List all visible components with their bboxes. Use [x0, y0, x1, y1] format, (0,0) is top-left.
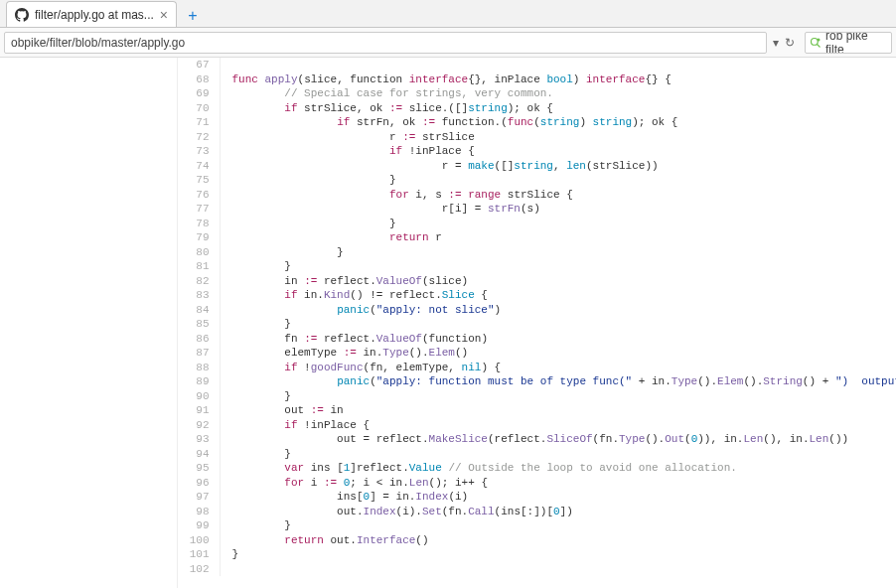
- line-number[interactable]: 91: [178, 403, 220, 418]
- line-number[interactable]: 72: [178, 130, 220, 145]
- line-number[interactable]: 67: [178, 58, 220, 73]
- close-icon[interactable]: ×: [160, 7, 168, 23]
- code-row: 84 panic("apply: not slice"): [178, 303, 896, 318]
- line-number[interactable]: 90: [178, 389, 220, 404]
- line-number[interactable]: 83: [178, 288, 220, 303]
- line-number[interactable]: 92: [178, 418, 220, 433]
- left-margin: [0, 58, 177, 588]
- line-number[interactable]: 93: [178, 432, 220, 447]
- active-tab[interactable]: filter/apply.go at mas... ×: [6, 1, 177, 27]
- code-line[interactable]: return out.Interface(): [220, 533, 896, 548]
- code-row: 77 r[i] = strFn(s): [178, 202, 896, 217]
- line-number[interactable]: 70: [178, 101, 220, 116]
- line-number[interactable]: 71: [178, 115, 220, 130]
- code-line[interactable]: if !goodFunc(fn, elemType, nil) {: [220, 361, 896, 375]
- line-number[interactable]: 97: [178, 490, 220, 505]
- code-row: 95 var ins [1]reflect.Value // Outside t…: [178, 461, 896, 476]
- code-row: 70 if strSlice, ok := slice.([]string); …: [178, 101, 896, 116]
- new-tab-button[interactable]: +: [181, 5, 205, 27]
- code-row: 81 }: [178, 259, 896, 274]
- line-number[interactable]: 79: [178, 230, 220, 245]
- code-line[interactable]: for i, s := range strSlice {: [220, 188, 896, 203]
- line-number[interactable]: 98: [178, 505, 220, 519]
- line-number[interactable]: 86: [178, 332, 220, 347]
- line-number[interactable]: 80: [178, 245, 220, 260]
- search-bar[interactable]: rob pike filte: [805, 32, 892, 54]
- code-row: 69 // Special case for strings, very com…: [178, 86, 896, 101]
- code-line[interactable]: [220, 58, 896, 73]
- code-line[interactable]: panic("apply: not slice"): [220, 303, 896, 318]
- code-line[interactable]: [220, 562, 896, 577]
- code-line[interactable]: if in.Kind() != reflect.Slice {: [220, 288, 896, 303]
- line-number[interactable]: 87: [178, 346, 220, 361]
- url-text: obpike/filter/blob/master/apply.go: [11, 36, 185, 50]
- code-area[interactable]: 6768func apply(slice, function interface…: [177, 58, 896, 588]
- code-line[interactable]: }: [220, 217, 896, 231]
- code-line[interactable]: for i := 0; i < in.Len(); i++ {: [220, 476, 896, 491]
- code-line[interactable]: var ins [1]reflect.Value // Outside the …: [220, 461, 896, 476]
- code-line[interactable]: if !inPlace {: [220, 144, 896, 159]
- line-number[interactable]: 69: [178, 86, 220, 101]
- line-number[interactable]: 76: [178, 188, 220, 203]
- line-number[interactable]: 88: [178, 361, 220, 375]
- line-number[interactable]: 99: [178, 518, 220, 533]
- line-number[interactable]: 68: [178, 73, 220, 87]
- line-number[interactable]: 85: [178, 317, 220, 332]
- code-line[interactable]: return r: [220, 230, 896, 245]
- code-line[interactable]: }: [220, 447, 896, 462]
- svg-point-2: [818, 38, 821, 41]
- code-line[interactable]: if strFn, ok := function.(func(string) s…: [220, 115, 896, 130]
- code-line[interactable]: if !inPlace {: [220, 418, 896, 433]
- line-number[interactable]: 95: [178, 461, 220, 476]
- dropdown-icon[interactable]: ▾: [773, 36, 779, 50]
- code-line[interactable]: panic("apply: function must be of type f…: [220, 374, 896, 389]
- svg-line-1: [818, 44, 821, 47]
- code-line[interactable]: out = reflect.MakeSlice(reflect.SliceOf(…: [220, 432, 896, 447]
- url-bar[interactable]: obpike/filter/blob/master/apply.go: [4, 32, 767, 54]
- code-line[interactable]: out := in: [220, 403, 896, 418]
- code-line[interactable]: in := reflect.ValueOf(slice): [220, 274, 896, 289]
- code-line[interactable]: if strSlice, ok := slice.([]string); ok …: [220, 101, 896, 116]
- reload-icon[interactable]: ↻: [785, 36, 795, 50]
- code-row: 98 out.Index(i).Set(fn.Call(ins[:])[0]): [178, 505, 896, 519]
- code-line[interactable]: elemType := in.Type().Elem(): [220, 346, 896, 361]
- code-row: 92 if !inPlace {: [178, 418, 896, 433]
- line-number[interactable]: 78: [178, 217, 220, 231]
- github-icon: [15, 8, 29, 22]
- line-number[interactable]: 74: [178, 159, 220, 174]
- code-row: 68func apply(slice, function interface{}…: [178, 73, 896, 87]
- line-number[interactable]: 102: [178, 562, 220, 577]
- line-number[interactable]: 82: [178, 274, 220, 289]
- code-line[interactable]: r = make([]string, len(strSlice)): [220, 159, 896, 174]
- code-line[interactable]: }: [220, 389, 896, 404]
- code-row: 87 elemType := in.Type().Elem(): [178, 346, 896, 361]
- line-number[interactable]: 73: [178, 144, 220, 159]
- line-number[interactable]: 77: [178, 202, 220, 217]
- line-number[interactable]: 101: [178, 547, 220, 562]
- line-number[interactable]: 89: [178, 374, 220, 389]
- code-line[interactable]: r := strSlice: [220, 130, 896, 145]
- code-line[interactable]: }: [220, 547, 896, 562]
- line-number[interactable]: 100: [178, 533, 220, 548]
- code-line[interactable]: func apply(slice, function interface{}, …: [220, 73, 896, 87]
- code-row: 89 panic("apply: function must be of typ…: [178, 374, 896, 389]
- line-number[interactable]: 75: [178, 173, 220, 188]
- code-line[interactable]: }: [220, 245, 896, 260]
- line-number[interactable]: 81: [178, 259, 220, 274]
- tab-title: filter/apply.go at mas...: [35, 8, 154, 22]
- line-number[interactable]: 96: [178, 476, 220, 491]
- line-number[interactable]: 94: [178, 447, 220, 462]
- code-line[interactable]: ins[0] = in.Index(i): [220, 490, 896, 505]
- code-line[interactable]: fn := reflect.ValueOf(function): [220, 332, 896, 347]
- code-line[interactable]: // Special case for strings, very common…: [220, 86, 896, 101]
- code-line[interactable]: r[i] = strFn(s): [220, 202, 896, 217]
- code-line[interactable]: }: [220, 173, 896, 188]
- line-number[interactable]: 84: [178, 303, 220, 318]
- code-row: 100 return out.Interface(): [178, 533, 896, 548]
- code-line[interactable]: out.Index(i).Set(fn.Call(ins[:])[0]): [220, 505, 896, 519]
- code-row: 97 ins[0] = in.Index(i): [178, 490, 896, 505]
- nav-icons: ▾ ↻: [773, 36, 799, 50]
- code-line[interactable]: }: [220, 317, 896, 332]
- code-line[interactable]: }: [220, 518, 896, 533]
- code-line[interactable]: }: [220, 259, 896, 274]
